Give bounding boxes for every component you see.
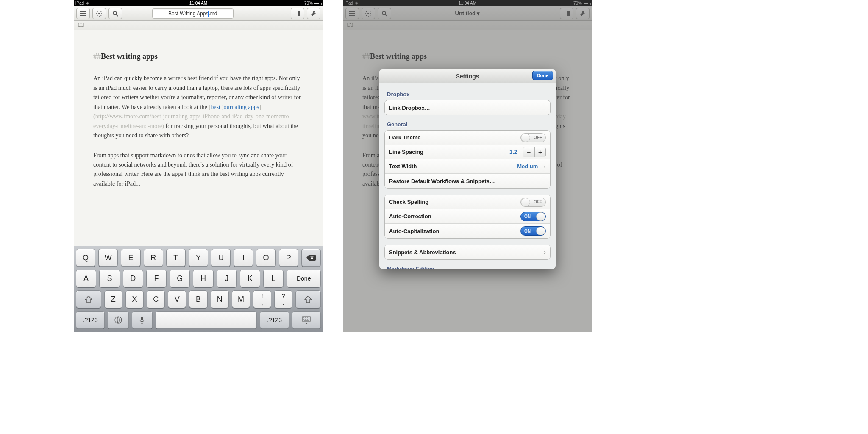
auto-capitalization-row: Auto-Capitalization ON (385, 224, 550, 238)
key-b[interactable]: B (189, 290, 207, 308)
key-u[interactable]: U (211, 249, 231, 267)
svg-rect-3 (298, 11, 300, 16)
key-backspace[interactable] (301, 249, 321, 267)
key-space[interactable] (156, 311, 257, 329)
key-q[interactable]: Q (76, 249, 95, 267)
bookmark-bar[interactable] (74, 21, 323, 30)
stepper-plus[interactable]: + (534, 147, 545, 157)
key-f[interactable]: F (146, 270, 167, 287)
key-numbers-right[interactable]: .?123 (260, 311, 289, 329)
key-shift-right[interactable] (295, 290, 321, 308)
link-dropbox-row[interactable]: Link Dropbox… (385, 100, 550, 115)
check-spelling-toggle[interactable]: OFF (520, 198, 546, 207)
key-r[interactable]: R (144, 249, 163, 267)
settings-title: Settings (456, 73, 479, 80)
status-time: 11:04 AM (74, 1, 323, 6)
key-numbers-left[interactable]: .?123 (76, 311, 105, 329)
tools-button[interactable] (307, 8, 320, 19)
auto-correction-row: Auto-Correction ON (385, 209, 550, 224)
text-width-row[interactable]: Text Width Medium › (385, 159, 550, 174)
auto-capitalization-toggle[interactable]: ON (520, 226, 546, 236)
key-shift-left[interactable] (76, 290, 101, 308)
paragraph: From apps that support markdown to ones … (93, 150, 303, 189)
section-general: General (387, 121, 548, 128)
ipad-right: iPad ✶ 11:04 AM 70% Untitled ▾ (343, 0, 592, 332)
key-e[interactable]: E (121, 249, 140, 267)
key-comma[interactable]: !, (253, 290, 271, 308)
svg-point-1 (113, 11, 117, 15)
key-globe[interactable] (108, 311, 128, 329)
key-x[interactable]: X (125, 290, 144, 308)
key-a[interactable]: A (76, 270, 96, 287)
check-spelling-row: Check Spelling OFF (385, 195, 550, 209)
auto-correction-toggle[interactable]: ON (520, 212, 546, 221)
svg-rect-5 (141, 317, 143, 320)
key-k[interactable]: K (240, 270, 260, 287)
key-done[interactable]: Done (287, 270, 321, 287)
book-icon (78, 23, 84, 28)
key-d[interactable]: D (123, 270, 143, 287)
line-spacing-stepper: − + (523, 147, 546, 157)
line-spacing-row: Line Spacing 1.2 − + (385, 145, 550, 159)
svg-point-0 (98, 13, 100, 14)
key-c[interactable]: C (147, 290, 165, 308)
battery-icon (314, 2, 321, 5)
key-h[interactable]: H (193, 270, 213, 287)
section-dropbox: Dropbox (387, 91, 548, 97)
key-g[interactable]: G (170, 270, 190, 287)
line-spacing-value: 1.2 (509, 149, 517, 155)
section-markdown: Markdown Editing (387, 266, 548, 269)
done-button[interactable]: Done (532, 71, 554, 80)
filename-field[interactable]: Best Writing Apps.md (152, 8, 234, 19)
key-o[interactable]: O (256, 249, 275, 267)
status-bar: iPad ✶ 11:04 AM 70% (74, 0, 323, 6)
settings-modal: Settings Done Dropbox Link Dropbox… Gene… (379, 69, 556, 269)
editor-area[interactable]: ##Best writing apps An iPad can quickly … (74, 30, 323, 246)
chevron-right-icon: › (544, 249, 546, 256)
dark-theme-toggle[interactable]: OFF (520, 133, 546, 142)
settings-header: Settings Done (379, 69, 556, 83)
ipad-left: iPad ✶ 11:04 AM 70% Best Writing Apps.md (74, 0, 323, 332)
search-button[interactable] (108, 8, 122, 19)
snippets-row[interactable]: Snippets & Abbreviations › (385, 245, 550, 259)
stepper-minus[interactable]: − (523, 147, 534, 157)
key-l[interactable]: L (263, 270, 284, 287)
document-heading: ##Best writing apps (93, 50, 303, 62)
keyboard: Q W E R T Y U I O P A S D F G H J K L Do… (74, 246, 323, 332)
key-dictation[interactable] (132, 311, 153, 329)
settings-button[interactable] (92, 8, 106, 19)
key-i[interactable]: I (234, 249, 253, 267)
key-w[interactable]: W (98, 249, 118, 267)
key-z[interactable]: Z (104, 290, 122, 308)
key-t[interactable]: T (166, 249, 186, 267)
key-v[interactable]: V (168, 290, 186, 308)
key-s[interactable]: S (99, 270, 120, 287)
preview-button[interactable] (291, 8, 304, 19)
key-period[interactable]: ?. (274, 290, 292, 308)
toolbar: Best Writing Apps.md (74, 6, 323, 21)
chevron-right-icon: › (544, 163, 546, 170)
key-y[interactable]: Y (189, 249, 208, 267)
menu-button[interactable] (76, 8, 90, 19)
key-n[interactable]: N (211, 290, 229, 308)
dark-theme-row: Dark Theme OFF (385, 131, 550, 145)
paragraph: An iPad can quickly become a writer's be… (93, 73, 303, 140)
settings-body[interactable]: Dropbox Link Dropbox… General Dark Theme… (379, 83, 556, 269)
key-m[interactable]: M (232, 290, 250, 308)
text-width-value: Medium (517, 163, 538, 170)
restore-defaults-row[interactable]: Restore Default Workflows & Snippets… (385, 174, 550, 188)
key-hide-keyboard[interactable] (292, 311, 321, 329)
key-p[interactable]: P (279, 249, 298, 267)
key-j[interactable]: J (217, 270, 237, 287)
